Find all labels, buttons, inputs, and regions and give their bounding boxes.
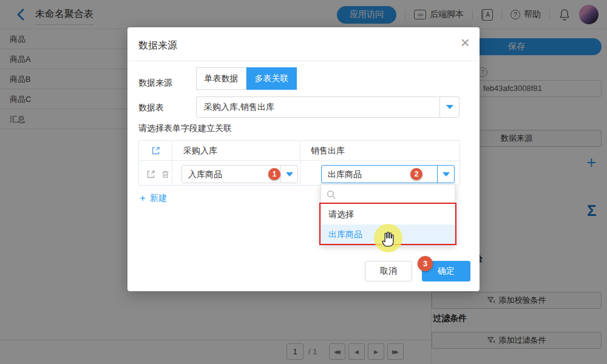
field-dropdown-panel: 请选择 出库商品 — [320, 184, 455, 245]
left-field-select[interactable]: 入库商品 1 — [181, 165, 298, 183]
modal-title: 数据来源 — [138, 39, 177, 52]
relation-table: 采购入库 销售出库 入库商品 1 出库商品 2 — [138, 140, 460, 186]
data-table-select[interactable]: 采购入库,销售出库 — [196, 96, 459, 118]
annotation-badge-2: 2 — [410, 168, 422, 180]
dropdown-option-highlighted[interactable]: 出库商品 — [321, 224, 455, 244]
open-form-icon[interactable] — [151, 146, 160, 158]
divider — [127, 61, 480, 61]
delete-row-icon[interactable] — [161, 170, 170, 181]
tab-single-table[interactable]: 单表数据 — [196, 67, 246, 90]
dropdown-option-placeholder[interactable]: 请选择 — [321, 204, 455, 224]
right-field-select[interactable]: 出库商品 2 — [321, 165, 455, 183]
close-icon[interactable]: × — [461, 35, 470, 50]
new-relation-label: 新建 — [150, 193, 167, 204]
tab-multi-table[interactable]: 多表关联 — [246, 67, 297, 90]
chevron-down-icon — [439, 97, 459, 117]
app-screen: 未命名聚合表 应用访问 </> 后端脚本 A ? 帮助 商品 商品A 商品B — [0, 0, 607, 364]
column-header-left: 采购入库 — [183, 146, 217, 157]
right-field-value: 出库商品 — [328, 169, 362, 180]
cancel-button[interactable]: 取消 — [365, 261, 412, 281]
relation-hint: 请选择表单字段建立关联 — [138, 123, 232, 134]
chevron-down-icon — [280, 166, 297, 183]
source-type-toggle: 单表数据 多表关联 — [196, 67, 297, 90]
annotation-badge-3: 3 — [418, 256, 433, 271]
column-header-right: 销售出库 — [311, 146, 345, 157]
plus-icon: + — [140, 192, 146, 204]
search-icon — [327, 190, 336, 200]
data-table-select-value: 采购入库,销售出库 — [204, 102, 274, 113]
left-field-value: 入库商品 — [188, 169, 222, 180]
data-source-modal: 数据来源 × 数据来源 单表数据 多表关联 数据表 采购入库,销售出库 请选择表… — [127, 27, 480, 291]
open-form-icon[interactable] — [146, 170, 155, 181]
dropdown-search-input[interactable] — [321, 185, 455, 204]
chevron-down-icon — [437, 166, 454, 183]
new-relation-link[interactable]: + 新建 — [140, 192, 167, 204]
annotation-badge-1: 1 — [268, 168, 280, 180]
source-type-label: 数据来源 — [138, 78, 172, 89]
data-table-label: 数据表 — [138, 103, 164, 113]
column-divider — [300, 141, 300, 186]
